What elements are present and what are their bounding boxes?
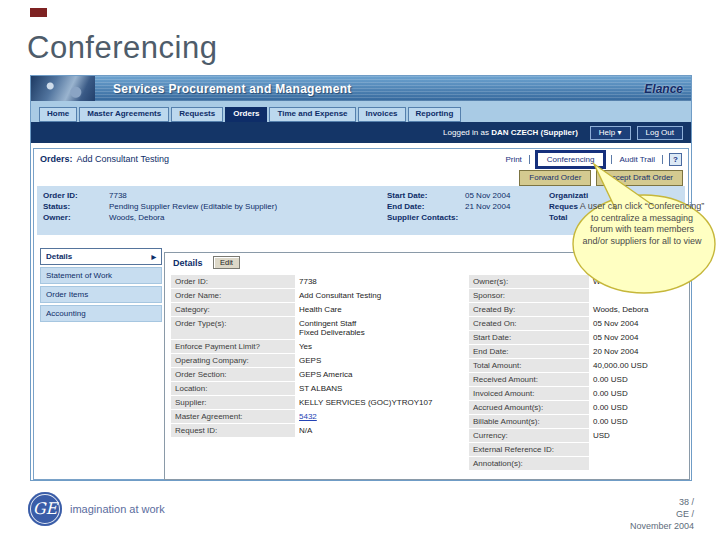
- details-row: Order Type(s): Contingent Staff Fixed De…: [171, 317, 459, 339]
- sidebar-item-label: Order Items: [46, 290, 88, 299]
- summary-row: Start Date: 05 Nov 2004: [387, 191, 545, 200]
- ge-tagline: imagination at work: [70, 503, 165, 515]
- user-bar: Logged in as DAN CZECH (Supplier) Help ▾…: [31, 122, 691, 143]
- sidebar-item-label: Details: [46, 252, 72, 261]
- ge-monogram: GE: [33, 499, 57, 518]
- details-label: Annotation(s):: [469, 457, 589, 470]
- details-value: N/A: [297, 424, 459, 437]
- help-button[interactable]: Help ▾: [590, 126, 631, 140]
- nav-tab[interactable]: Master Agreements: [79, 107, 169, 122]
- nav-tab-label: Reporting: [416, 109, 454, 118]
- details-value: KELLY SERVICES (GOC)YTROY107: [297, 396, 459, 409]
- nav-tab[interactable]: Home: [39, 107, 77, 122]
- sidebar-item[interactable]: Order Items: [40, 286, 162, 303]
- details-label: Created On:: [469, 317, 589, 330]
- details-label: Accrued Amount(s):: [469, 401, 589, 414]
- details-value[interactable]: 5432: [297, 410, 459, 423]
- details-row: Order Section: GEPS America: [171, 368, 459, 381]
- details-row: Order ID: 7738: [171, 275, 459, 288]
- nav-tab-label: Requests: [179, 109, 215, 118]
- summary-label: Order ID:: [43, 191, 109, 200]
- nav-tab[interactable]: Invoices: [358, 107, 406, 122]
- details-value: Health Care: [297, 303, 459, 316]
- details-label: Order Name:: [171, 289, 295, 302]
- header-photo-collage: [31, 76, 95, 101]
- details-label: Currency:: [469, 429, 589, 442]
- summary-column-1: Order ID: 7738 Status: Pending Supplier …: [43, 191, 378, 222]
- details-value: 0.00 USD: [591, 387, 685, 400]
- details-row: Supplier: KELLY SERVICES (GOC)YTROY107: [171, 396, 459, 409]
- details-row: Request ID: N/A: [171, 424, 459, 437]
- details-row: Annotation(s):: [469, 457, 685, 470]
- details-label: Operating Company:: [171, 354, 295, 367]
- chevron-right-icon: ▶: [151, 254, 156, 260]
- details-row: Master Agreement: 5432: [171, 410, 459, 423]
- details-value: 7738: [297, 275, 459, 288]
- summary-label: Start Date:: [387, 191, 465, 200]
- details-row: Operating Company: GEPS: [171, 354, 459, 367]
- app-title: Services Procurement and Management: [113, 82, 352, 96]
- nav-tab-label: Time and Expense: [277, 109, 347, 118]
- details-value: Woods, Debora: [591, 303, 685, 316]
- divider: [529, 155, 530, 164]
- sidebar-item[interactable]: Accounting: [40, 305, 162, 322]
- footer-line: GE /: [630, 508, 694, 520]
- details-value: Contingent Staff Fixed Deliverables: [297, 317, 459, 339]
- summary-label: End Date:: [387, 202, 465, 211]
- summary-label: Status:: [43, 202, 109, 211]
- details-row: Start Date: 05 Nov 2004: [469, 331, 685, 344]
- details-label: Received Amount:: [469, 373, 589, 386]
- logout-button[interactable]: Log Out: [637, 126, 683, 140]
- details-row: Enforce Payment Limit? Yes: [171, 340, 459, 353]
- details-value: 20 Nov 2004: [591, 345, 685, 358]
- details-label: Created By:: [469, 303, 589, 316]
- details-label: Master Agreement:: [171, 410, 295, 423]
- elance-logo: Elance: [644, 82, 683, 96]
- sidebar-item[interactable]: Statement of Work: [40, 267, 162, 284]
- details-value: USD: [591, 429, 685, 442]
- summary-label: Owner:: [43, 213, 109, 222]
- nav-tab[interactable]: Time and Expense: [269, 107, 355, 122]
- slide-corner-mark: [30, 8, 47, 17]
- details-label: Request ID:: [171, 424, 295, 437]
- details-row: Accrued Amount(s): 0.00 USD: [469, 401, 685, 414]
- details-row: End Date: 20 Nov 2004: [469, 345, 685, 358]
- details-value: [591, 457, 685, 470]
- details-row: External Reference ID:: [469, 443, 685, 456]
- order-name: Add Consultant Testing: [77, 154, 169, 164]
- nav-tab-label: Master Agreements: [87, 109, 161, 118]
- details-row: Category: Health Care: [171, 303, 459, 316]
- summary-label: Supplier Contacts:: [387, 213, 465, 222]
- callout-balloon: A user can click “Conferencing” to centr…: [566, 158, 718, 296]
- summary-column-2: Start Date: 05 Nov 2004 End Date: 21 Nov…: [387, 191, 545, 222]
- details-label: Order Type(s):: [171, 317, 295, 339]
- details-row: Currency: USD: [469, 429, 685, 442]
- print-link[interactable]: Print: [500, 155, 526, 164]
- summary-row: End Date: 21 Nov 2004: [387, 202, 545, 211]
- details-value: Yes: [297, 340, 459, 353]
- details-value: [591, 443, 685, 456]
- details-value: 05 Nov 2004: [591, 331, 685, 344]
- sidebar-item-label: Accounting: [46, 309, 86, 318]
- sidebar-item[interactable]: Details ▶: [40, 248, 162, 265]
- summary-value: 05 Nov 2004: [465, 191, 510, 200]
- order-sidebar-menu: Details ▶ Statement of Work Order Items: [40, 248, 162, 322]
- details-value: ST ALBANS: [297, 382, 459, 395]
- details-label: Invoiced Amount:: [469, 387, 589, 400]
- nav-tab[interactable]: Orders: [225, 107, 267, 122]
- ge-logo: GE: [28, 492, 62, 526]
- details-row: Total Amount: 40,000.00 USD: [469, 359, 685, 372]
- footer-line: November 2004: [630, 520, 694, 532]
- details-row: Location: ST ALBANS: [171, 382, 459, 395]
- details-label: End Date:: [469, 345, 589, 358]
- nav-tab[interactable]: Reporting: [408, 107, 462, 122]
- details-label: Supplier:: [171, 396, 295, 409]
- details-value: Add Consultant Testing: [297, 289, 459, 302]
- nav-tab-label: Orders: [233, 109, 259, 118]
- nav-tab[interactable]: Requests: [171, 107, 223, 122]
- details-row: Created On: 05 Nov 2004: [469, 317, 685, 330]
- details-value: 0.00 USD: [591, 415, 685, 428]
- details-label: Enforce Payment Limit?: [171, 340, 295, 353]
- edit-button[interactable]: Edit: [213, 256, 240, 269]
- details-heading: Details: [173, 258, 203, 268]
